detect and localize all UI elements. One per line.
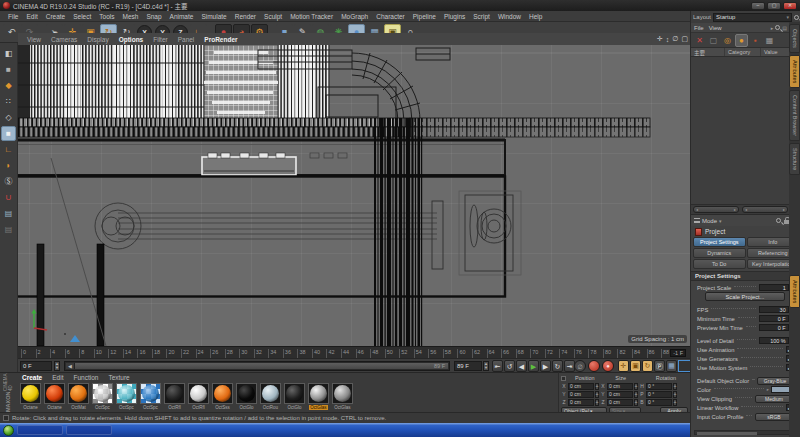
current-frame-field[interactable]: 0 F [20, 361, 52, 371]
key-position-button[interactable]: ✛ [618, 360, 629, 372]
frame-tick[interactable]: 10 [94, 349, 109, 358]
expand-icon[interactable]: ▸ [767, 387, 769, 392]
om-dim-button[interactable]: ▢ [707, 34, 720, 47]
material-item[interactable]: OctRou [260, 383, 281, 410]
vp-menu-options[interactable]: Options [114, 36, 149, 43]
frame-tick[interactable]: 48 [370, 349, 385, 358]
viewport-solo-button[interactable]: ▤ [1, 206, 16, 221]
om-film-button[interactable]: ▪ [749, 34, 762, 47]
side-tab-objects[interactable]: Objects [789, 24, 800, 53]
vp-menu-panel[interactable]: Panel [173, 36, 200, 43]
frame-tick[interactable]: 44 [341, 349, 356, 358]
menu-icon[interactable] [694, 218, 700, 223]
size-z-field[interactable]: 0 cm [607, 399, 633, 406]
minimize-button[interactable]: – [751, 2, 765, 10]
key-pla-button[interactable]: ▦ [666, 360, 677, 372]
zoom-view-button[interactable]: ↕ [666, 36, 670, 43]
om-hscrollbar[interactable]: ◂▸ [742, 206, 788, 213]
om-grid-button[interactable]: ▦ [763, 34, 776, 47]
material-item[interactable]: OctRfl [164, 383, 185, 410]
attr-hscrollbar[interactable] [694, 430, 790, 435]
mat-menu-create[interactable]: Create [18, 374, 46, 381]
taskbar-app-button[interactable] [66, 425, 112, 435]
stepper-icon[interactable]: ◂▸ [634, 399, 638, 406]
frame-tick[interactable]: 80 [603, 349, 618, 358]
key-parameter-button[interactable]: Ⓟ [654, 360, 665, 372]
position-y-field[interactable]: 0 cm [568, 391, 594, 398]
frame-tick[interactable]: 62 [472, 349, 487, 358]
frame-tick[interactable]: 14 [123, 349, 138, 358]
edge-mode-button[interactable]: ◇ [1, 110, 16, 125]
om-menu-view[interactable]: View [709, 25, 722, 31]
om-search-icon[interactable] [775, 25, 780, 30]
viewport-canvas[interactable]: Grid Spacing : 1 cm [18, 45, 690, 346]
next-frame-button[interactable]: ▶ [540, 360, 551, 372]
coords-checkbox[interactable] [561, 376, 566, 381]
frame-tick[interactable]: 54 [414, 349, 429, 358]
polygon-mode-button[interactable]: ■ [1, 126, 16, 141]
input-color-profile-dropdown[interactable]: sRGB [755, 413, 793, 421]
level-of-detail-field[interactable]: 100 % [759, 337, 789, 344]
project-scale-field[interactable]: 1 [759, 284, 789, 291]
om-column-category[interactable]: Category [725, 48, 761, 56]
stepper-icon[interactable]: ◂▸ [673, 383, 677, 390]
start-button[interactable] [3, 425, 14, 436]
view-clipping-dropdown[interactable]: Medium [755, 395, 793, 403]
make-editable-button[interactable]: ◧ [1, 46, 16, 61]
vp-menu-view[interactable]: View [22, 36, 46, 43]
position-z-field[interactable]: 0 cm [568, 399, 594, 406]
material-item[interactable]: OctSpc [116, 383, 137, 410]
model-mode-button[interactable]: ■ [1, 62, 16, 77]
frame-tick[interactable]: 22 [181, 349, 196, 358]
axis-mode-button[interactable]: ∟ [1, 142, 16, 157]
vp-menu-cameras[interactable]: Cameras [46, 36, 82, 43]
toggle-view-button[interactable]: ▢ [681, 35, 688, 43]
om-sphere-button[interactable]: ● [735, 34, 748, 47]
frame-tick[interactable]: 38 [297, 349, 312, 358]
frame-tick[interactable]: 34 [268, 349, 283, 358]
material-item[interactable]: OctGlo [236, 383, 257, 410]
frame-tick[interactable]: 60 [457, 349, 472, 358]
menu-animate[interactable]: Animate [166, 13, 198, 20]
side-tab-content-browser[interactable]: Content Browser [789, 90, 800, 141]
minimum-time-field[interactable]: 0 F [759, 315, 789, 322]
viewport-solo-off-button[interactable]: ▤ [1, 222, 16, 237]
frame-tick[interactable]: 28 [225, 349, 240, 358]
rotation-h-field[interactable]: 0 ° [646, 383, 672, 390]
om-column-main[interactable]: 主要 [691, 48, 725, 56]
om-column-value[interactable]: Value [761, 48, 790, 56]
frame-tick[interactable]: 68 [516, 349, 531, 358]
frame-tick[interactable]: 20 [166, 349, 181, 358]
menu-mesh[interactable]: Mesh [118, 13, 142, 20]
frame-tick[interactable]: 26 [210, 349, 225, 358]
snap-mouse-button[interactable]: ◗ [1, 158, 16, 173]
play-forward-button[interactable]: ▶ [528, 360, 539, 372]
material-item[interactable]: OctMat [68, 383, 89, 410]
frame-tick[interactable]: 56 [428, 349, 443, 358]
snap-settings-button[interactable]: Ⓢ [1, 174, 16, 189]
object-tree[interactable] [691, 57, 790, 204]
frame-tick[interactable]: 52 [399, 349, 414, 358]
menu-character[interactable]: Character [372, 13, 409, 20]
material-item[interactable]: OctRfl [188, 383, 209, 410]
range-start-handle[interactable]: ◀ [66, 363, 75, 369]
side-tab-structure[interactable]: Structure [789, 143, 800, 175]
menu-snap[interactable]: Snap [142, 13, 165, 20]
frame-tick[interactable]: 74 [559, 349, 574, 358]
vp-menu-filter[interactable]: Filter [148, 36, 172, 43]
menu-file[interactable]: File [4, 13, 22, 20]
record-keyframe-button[interactable] [588, 360, 600, 372]
scale-project-button[interactable]: Scale Project... [705, 292, 785, 301]
stepper-icon[interactable]: ◂▸ [673, 391, 677, 398]
material-item[interactable]: OctGlas [332, 383, 353, 410]
menu-mograph[interactable]: MoGraph [337, 13, 372, 20]
mat-menu-function[interactable]: Function [69, 374, 102, 381]
stepper-icon[interactable]: ◂▸ [595, 391, 599, 398]
menu-simulate[interactable]: Simulate [197, 13, 230, 20]
rotate-view-button[interactable]: ∅ [672, 35, 678, 43]
material-item[interactable]: OctSss [212, 383, 233, 410]
menu-select[interactable]: Select [69, 13, 95, 20]
stepper-icon[interactable]: ◂▸ [634, 383, 638, 390]
frame-tick[interactable]: 72 [545, 349, 560, 358]
frame-tick[interactable]: 46 [356, 349, 371, 358]
